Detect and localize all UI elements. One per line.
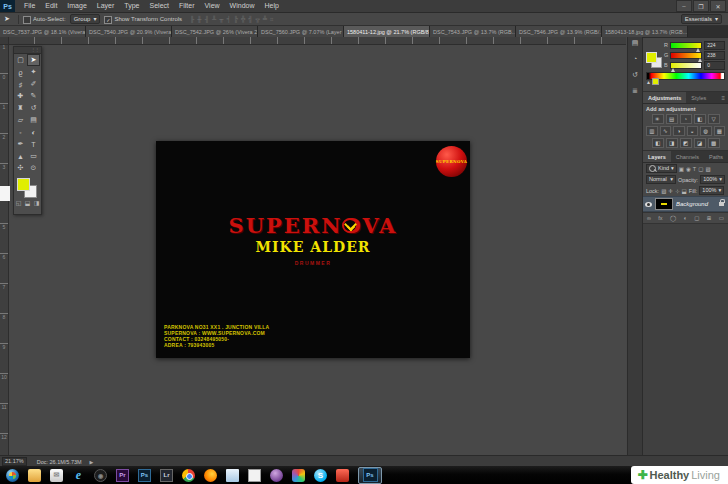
tool-path-select[interactable]: ▲ (14, 150, 27, 162)
tool-rect-marquee[interactable]: ▢ (14, 54, 27, 66)
layer-filter-icon[interactable]: ▣ (679, 166, 684, 172)
layer-visibility-eye-icon[interactable] (645, 202, 652, 207)
zoom-level-field[interactable]: 21.17% (2, 457, 27, 466)
channel-slider[interactable] (670, 62, 702, 69)
adjustment-icon[interactable]: ◍ (700, 126, 712, 136)
taskbar-active-photoshop-button[interactable]: Ps (358, 467, 382, 484)
lock-option-icon[interactable]: ▨ (661, 188, 666, 194)
taskbar-skype[interactable]: S (314, 469, 327, 482)
layer-filter-icon[interactable]: T (693, 166, 696, 172)
menu-item[interactable]: Filter (174, 0, 200, 12)
tool-healing-brush[interactable]: ✚ (14, 90, 27, 102)
tool-lasso[interactable]: ϱ (14, 66, 27, 78)
adjustment-icon[interactable]: ☀ (652, 114, 664, 124)
tool-zoom[interactable]: ⊙ (27, 162, 40, 174)
menu-item[interactable]: Layer (92, 0, 120, 12)
taskbar-start-button[interactable] (6, 469, 19, 482)
layers-footer-icon[interactable]: ▢ (694, 215, 699, 221)
tab-adjustments[interactable]: Adjustments (643, 92, 686, 103)
minimize-button[interactable]: – (676, 0, 692, 12)
panel-menu-icon[interactable]: ≡ (721, 92, 728, 103)
align-icon[interactable]: ╥ (219, 16, 223, 23)
align-icon[interactable]: ╨ (212, 16, 216, 23)
tool-hand[interactable]: ✣ (14, 162, 27, 174)
channel-value-field[interactable]: 0 (704, 61, 725, 70)
channel-value-field[interactable]: 224 (704, 41, 725, 50)
tool-brush[interactable]: ✎ (27, 90, 40, 102)
layers-footer-icon[interactable]: ∞ (647, 215, 651, 221)
align-icon[interactable]: ╦ (255, 16, 259, 23)
document-tab[interactable]: 1580411-12.jpg @ 21.7% (RGB/8) * × (344, 26, 430, 37)
tools-panel-header[interactable]: ⋮⋮ (14, 47, 41, 54)
layer-row-background[interactable]: Background (643, 196, 728, 212)
workspace-switcher[interactable]: Essentials▾ (681, 14, 722, 24)
taskbar-lightroom[interactable]: Lr (160, 469, 173, 482)
document-canvas[interactable]: SUPERNOVA SUPERNOVA MIKE ALDER DRUMMER P… (156, 141, 470, 358)
layer-filter-icon[interactable]: ▨ (705, 166, 710, 172)
tool-mode-icon[interactable]: ◨ (34, 199, 40, 206)
alignment-buttons[interactable]: ╟╫╢╨╥╡╠╬╣╦╩⌗ (190, 16, 273, 23)
tool-clone-stamp[interactable]: ♜ (14, 102, 27, 114)
adjustment-icon[interactable]: ▤ (666, 114, 678, 124)
taskbar-document-blue[interactable] (226, 469, 239, 482)
tool-mode-icon[interactable]: ⬓ (25, 199, 31, 206)
adjustment-icon[interactable]: ◧ (652, 138, 664, 148)
collapsed-panel-icon[interactable]: ↺ (630, 70, 641, 80)
taskbar-media-app[interactable]: ◉ (94, 469, 107, 482)
adjustment-icon[interactable]: ◔ (680, 114, 692, 124)
adjustment-icon[interactable]: ▥ (646, 126, 658, 136)
align-icon[interactable]: ╠ (234, 16, 238, 23)
tab-paths[interactable]: Paths (704, 151, 728, 162)
fill-field[interactable]: 100% ▾ (699, 186, 724, 195)
tool-quick-select[interactable]: ✦ (27, 66, 40, 78)
adjustment-icon[interactable]: ▽ (708, 114, 720, 124)
tool-crop[interactable]: ♯ (14, 78, 27, 90)
menu-item[interactable]: Type (119, 0, 144, 12)
layer-thumbnail[interactable] (655, 198, 673, 210)
tab-layers[interactable]: Layers (643, 151, 671, 162)
tool-blur[interactable]: ◦ (14, 126, 27, 138)
layers-footer-icon[interactable]: ◯ (670, 215, 676, 221)
menu-item[interactable]: Window (225, 0, 260, 12)
taskbar-chrome[interactable] (182, 469, 195, 482)
taskbar-mail[interactable]: ✉ (50, 469, 63, 482)
align-icon[interactable]: ╫ (197, 16, 201, 23)
layers-footer-icon[interactable]: ⊞ (707, 215, 712, 221)
layer-filter-icon[interactable]: ◉ (686, 166, 691, 172)
tool-history-brush[interactable]: ↺ (27, 102, 40, 114)
taskbar-app-red[interactable] (336, 469, 349, 482)
align-icon[interactable]: ╬ (241, 16, 245, 23)
close-button[interactable]: ✕ (710, 0, 726, 12)
taskbar-photoshop[interactable]: Ps (138, 469, 151, 482)
adjustment-icon[interactable]: ∿ (660, 126, 672, 136)
channel-slider[interactable] (670, 52, 702, 59)
menu-item[interactable]: View (200, 0, 225, 12)
tool-eraser[interactable]: ▱ (14, 114, 27, 126)
taskbar-premiere[interactable]: Pr (116, 469, 129, 482)
document-tab[interactable]: DSC_7537.JPG @ 18.1% (Vivera... × (0, 26, 86, 37)
lock-option-icon[interactable]: ⊹ (675, 188, 680, 194)
layer-name[interactable]: Background (676, 201, 716, 207)
menu-item[interactable]: Image (62, 0, 91, 12)
taskbar-firefox[interactable] (204, 469, 217, 482)
lock-option-icon[interactable]: ⬓ (682, 188, 687, 194)
align-icon[interactable]: ╣ (248, 16, 252, 23)
blend-mode-dropdown[interactable]: Normal ▾ (646, 175, 676, 184)
document-tab[interactable]: 1580413-18.jpg @ 13.7% (RGB... × (602, 26, 688, 37)
taskbar-media-purple[interactable] (270, 469, 283, 482)
menu-item[interactable]: Edit (40, 0, 62, 12)
show-transform-checkbox[interactable]: ✓ (104, 16, 112, 24)
tool-move[interactable]: ➤ (27, 54, 40, 66)
align-icon[interactable]: ╢ (205, 16, 209, 23)
channel-slider[interactable] (670, 42, 702, 49)
tool-shape[interactable]: ▭ (27, 150, 40, 162)
tool-dodge[interactable]: ◐ (27, 126, 40, 138)
align-icon[interactable]: ╡ (226, 16, 230, 23)
taskbar-explorer[interactable] (28, 469, 41, 482)
document-tab[interactable]: DSC_7542.JPG @ 26% (Vivera 2... × (172, 26, 258, 37)
opacity-field[interactable]: 100% ▾ (700, 175, 725, 184)
lock-option-icon[interactable]: ✛ (668, 188, 673, 194)
document-tab[interactable]: DSC_7560.JPG @ 7.07% (Layer 1... × (258, 26, 344, 37)
menu-item[interactable]: Help (260, 0, 284, 12)
taskbar-document-white[interactable] (248, 469, 261, 482)
